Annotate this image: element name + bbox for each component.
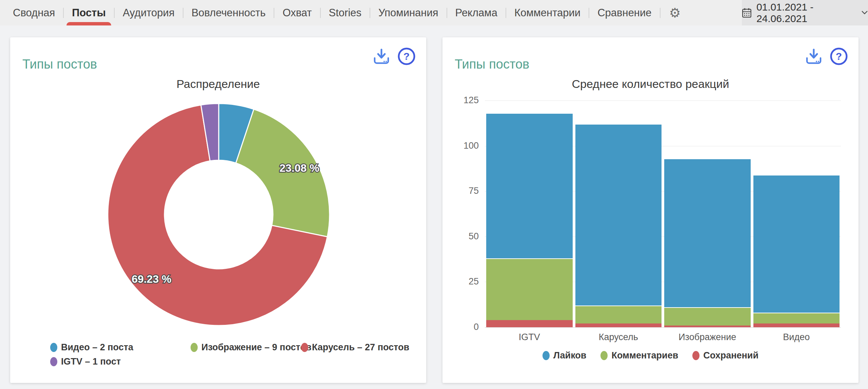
donut-chart: 23.08 %69.23 % [10, 37, 426, 383]
gridline [485, 100, 841, 101]
y-axis-tick-label: 0 [442, 322, 479, 332]
legend-label: Видео – 2 поста [61, 342, 133, 353]
nav-tab-сводная[interactable]: Сводная [5, 0, 63, 25]
calendar-icon [742, 7, 752, 19]
legend-label: Комментариев [611, 350, 678, 361]
nav-tab-вовлеченность[interactable]: Вовлеченность [183, 0, 274, 25]
legend-item[interactable]: Лайков [542, 350, 586, 361]
donut-data-label: 69.23 % [132, 273, 171, 285]
legend-item[interactable]: Карусель – 27 постов [301, 342, 409, 353]
nav-tab-упоминания[interactable]: Упоминания [370, 0, 447, 25]
y-axis-tick-label: 100 [442, 141, 479, 151]
legend-marker [600, 351, 608, 360]
bar-segment-изображение-комментариев[interactable] [664, 307, 751, 325]
card-post-types-distribution: Типы постов ? Распределение 23.08 %69.23… [10, 37, 426, 383]
question-mark-icon: ? [829, 47, 848, 66]
donut-data-label: 23.08 % [279, 162, 319, 174]
legend-item[interactable]: IGTV – 1 пост [50, 356, 121, 367]
x-axis-label: Изображение [663, 332, 752, 342]
legend-marker [50, 357, 57, 366]
bar-segment-карусель-сохранений[interactable] [575, 323, 662, 327]
y-axis-tick-label: 125 [442, 95, 479, 106]
legend-marker [191, 343, 198, 352]
card-post-types-reactions: Типы постов ? Среднее количество реакций… [442, 37, 859, 383]
nav-tabs: СводнаяПостыАудиторияВовлеченностьОхватS… [0, 0, 690, 25]
nav-tab-охват[interactable]: Охват [274, 0, 320, 25]
legend-marker [692, 351, 699, 360]
nav-tab-аудитория[interactable]: Аудитория [115, 0, 183, 25]
bar-segment-igtv-сохранений[interactable] [486, 320, 573, 327]
bar-segment-изображение-сохранений[interactable] [664, 326, 751, 327]
legend-item[interactable]: Видео – 2 поста [50, 342, 133, 353]
legend-marker [301, 343, 308, 352]
legend-label: Сохранений [703, 350, 758, 361]
x-axis-label: Видео [752, 332, 841, 342]
legend-marker [542, 351, 550, 360]
chevron-down-icon [861, 10, 868, 15]
legend-label: Изображение – 9 постов [201, 342, 312, 353]
bar-segment-igtv-комментариев[interactable] [486, 258, 573, 320]
gear-icon[interactable]: ⚙ [660, 0, 690, 25]
legend-label: Лайков [553, 350, 586, 361]
svg-text:?: ? [836, 51, 842, 62]
dashboard-content: Типы постов ? Распределение 23.08 %69.23… [0, 25, 868, 383]
nav-tab-реклама[interactable]: Реклама [447, 0, 506, 25]
bar-segment-видео-лайков[interactable] [753, 175, 840, 313]
download-icon [804, 47, 823, 66]
bar-segment-видео-сохранений[interactable] [753, 323, 840, 327]
legend-item[interactable]: Комментариев [600, 350, 678, 361]
legend-item[interactable]: Сохранений [692, 350, 758, 361]
bar-segment-карусель-лайков[interactable] [575, 124, 662, 305]
nav-tab-stories[interactable]: Stories [321, 0, 370, 25]
bar-legend: ЛайковКомментариевСохранений [442, 350, 859, 361]
y-axis-tick-label: 75 [442, 186, 479, 196]
nav-tab-сравнение[interactable]: Сравнение [589, 0, 659, 25]
card-actions: ? [804, 47, 848, 66]
help-button[interactable]: ? [829, 47, 848, 66]
plot-area [485, 100, 841, 327]
bar-segment-видео-комментариев[interactable] [753, 313, 840, 323]
legend-marker [50, 343, 57, 352]
bar-segment-изображение-лайков[interactable] [664, 159, 751, 307]
nav-tab-комментарии[interactable]: Комментарии [506, 0, 589, 25]
x-axis-line [485, 327, 841, 328]
x-axis-label: Карусель [574, 332, 663, 342]
chart-title: Среднее количество реакций [442, 77, 859, 91]
nav-tab-посты[interactable]: Посты [64, 0, 114, 25]
card-title: Типы постов [455, 57, 529, 72]
bar-segment-igtv-лайков[interactable] [486, 113, 573, 258]
legend-item[interactable]: Изображение – 9 постов [191, 342, 312, 353]
top-nav: СводнаяПостыАудиторияВовлеченностьОхватS… [0, 0, 868, 25]
bar-segment-карусель-комментариев[interactable] [575, 305, 662, 323]
legend-label: IGTV – 1 пост [61, 356, 121, 367]
download-button[interactable] [804, 47, 823, 66]
y-axis-tick-label: 25 [442, 276, 479, 287]
legend-label: Карусель – 27 постов [312, 342, 409, 353]
y-axis-tick-label: 50 [442, 231, 479, 242]
x-axis-label: IGTV [485, 332, 574, 342]
date-range-label: 01.01.2021 - 24.06.2021 [756, 1, 856, 24]
date-range-picker[interactable]: 01.01.2021 - 24.06.2021 [742, 0, 868, 25]
